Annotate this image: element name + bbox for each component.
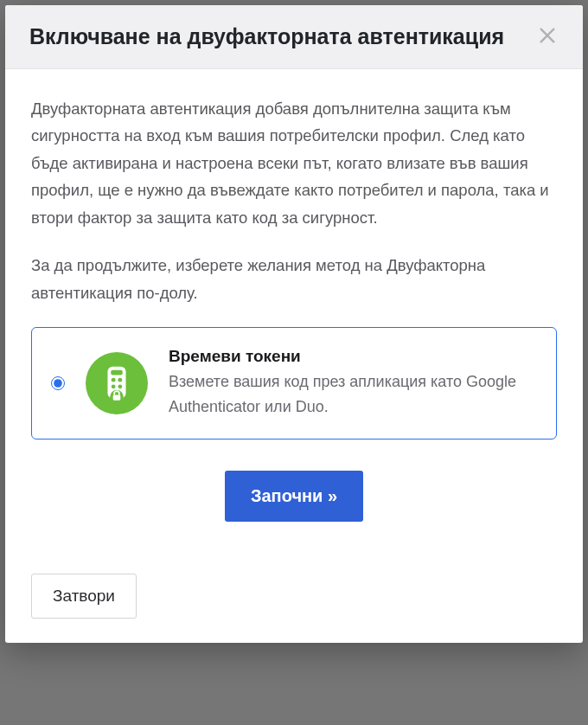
totp-radio[interactable] [51, 376, 65, 390]
start-row: Започни » [31, 464, 557, 536]
footer-close-button[interactable]: Затвори [31, 574, 137, 619]
option-text: Времеви токени Вземете вашия код през ап… [169, 347, 537, 420]
close-icon [538, 26, 557, 45]
svg-point-5 [118, 384, 122, 388]
authenticator-icon [86, 352, 148, 414]
svg-rect-7 [113, 395, 121, 400]
option-title: Времеви токени [169, 347, 537, 366]
svg-point-3 [118, 378, 122, 382]
description-paragraph-1: Двуфакторната автентикация добавя допълн… [31, 95, 557, 231]
radio-wrap [51, 376, 65, 390]
description-paragraph-2: За да продължите, изберете желания метод… [31, 252, 557, 306]
modal-title: Включване на двуфакторната автентикация [29, 24, 504, 49]
two-factor-modal: Включване на двуфакторната автентикация … [5, 5, 583, 643]
svg-point-2 [112, 378, 116, 382]
totp-option-card[interactable]: Времеви токени Вземете вашия код през ап… [31, 327, 557, 439]
svg-rect-1 [111, 370, 122, 375]
modal-body: Двуфакторната автентикация добавя допълн… [5, 69, 583, 556]
modal-footer: Затвори [5, 556, 583, 643]
option-description: Вземете вашия код през апликация като Go… [169, 369, 537, 420]
modal-overlay: Включване на двуфакторната автентикация … [0, 0, 588, 725]
modal-header: Включване на двуфакторната автентикация [5, 5, 583, 69]
start-button[interactable]: Започни » [225, 471, 363, 522]
svg-point-4 [112, 384, 116, 388]
close-button[interactable] [536, 25, 559, 49]
